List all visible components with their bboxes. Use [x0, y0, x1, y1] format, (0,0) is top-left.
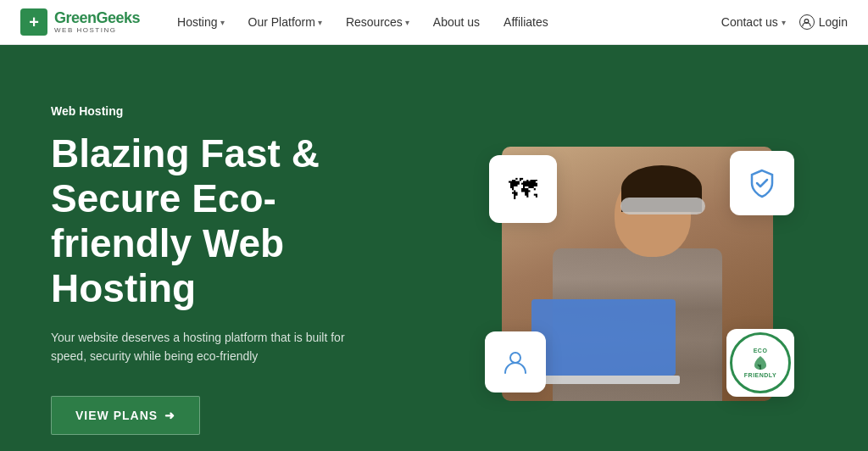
contact-us-button[interactable]: Contact us ▾	[721, 15, 786, 29]
logo-plus: +	[29, 13, 39, 32]
nav-item-platform[interactable]: Our Platform ▾	[238, 10, 332, 34]
view-plans-button[interactable]: VIEW PLANS ➜	[51, 396, 200, 435]
chevron-down-icon: ▾	[782, 18, 786, 27]
nav-affiliates-label: Affiliates	[504, 15, 548, 29]
contact-label: Contact us	[721, 15, 778, 29]
nav-item-resources[interactable]: Resources ▾	[336, 10, 420, 34]
logo-sub: WEB HOSTING	[54, 27, 140, 35]
nav-item-affiliates[interactable]: Affiliates	[493, 10, 559, 34]
hero-content: Web Hosting Blazing Fast & Secure Eco-fr…	[0, 45, 407, 451]
hero-tag: Web Hosting	[51, 104, 356, 118]
nav-about-label: About us	[433, 15, 480, 29]
arrow-right-icon: ➜	[164, 409, 175, 422]
view-plans-label: VIEW PLANS	[75, 409, 158, 422]
eco-badge: ECO FRIENDLY	[730, 332, 791, 393]
web-icon: 🗺	[509, 173, 537, 206]
nav-right: Contact us ▾ Login	[721, 14, 848, 30]
nav-resources-label: Resources	[346, 15, 403, 29]
hero-title: Blazing Fast & Secure Eco-friendly Web H…	[51, 131, 356, 311]
nav-item-hosting[interactable]: Hosting ▾	[167, 10, 234, 34]
logo-text: GreenGeeks WEB HOSTING	[54, 10, 140, 35]
logo-brand: GreenGeeks	[54, 10, 140, 27]
logo[interactable]: + GreenGeeks WEB HOSTING	[20, 8, 140, 36]
svg-point-1	[510, 353, 520, 363]
logo-icon: +	[20, 8, 47, 36]
float-card-person	[485, 331, 546, 393]
chevron-down-icon: ▾	[405, 18, 409, 27]
user-icon	[799, 14, 815, 30]
nav-item-about[interactable]: About us	[423, 10, 490, 34]
nav-platform-label: Our Platform	[248, 15, 315, 29]
person-icon	[501, 348, 530, 376]
navbar: + GreenGeeks WEB HOSTING Hosting ▾ Our P…	[0, 0, 868, 45]
login-label: Login	[819, 15, 848, 29]
chevron-down-icon: ▾	[318, 18, 322, 27]
login-button[interactable]: Login	[799, 14, 848, 30]
chevron-down-icon: ▾	[220, 18, 225, 27]
hero-section: Web Hosting Blazing Fast & Secure Eco-fr…	[0, 45, 868, 451]
nav-links: Hosting ▾ Our Platform ▾ Resources ▾ Abo…	[167, 10, 721, 34]
hero-image: 🗺	[476, 130, 798, 418]
hero-image-area: 🗺	[407, 45, 868, 451]
hero-description: Your website deserves a hosting platform…	[51, 328, 356, 366]
nav-hosting-label: Hosting	[177, 15, 217, 29]
shield-check-icon	[747, 168, 777, 198]
float-card-shield	[730, 151, 794, 215]
leaf-icon	[751, 354, 770, 372]
float-card-eco: ECO FRIENDLY	[726, 329, 794, 397]
float-card-web: 🗺	[489, 155, 557, 223]
